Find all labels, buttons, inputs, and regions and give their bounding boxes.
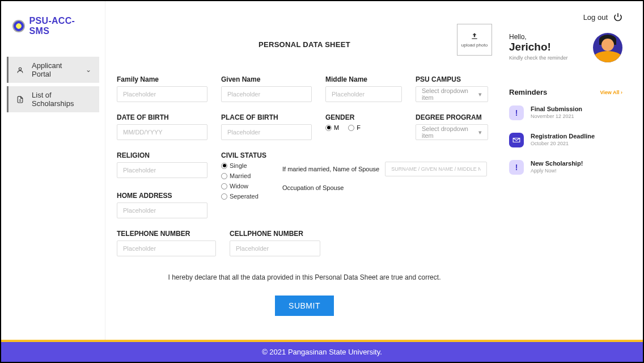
label-civil-status: CIVIL STATUS	[221, 151, 266, 159]
exclamation-icon: !	[509, 160, 524, 175]
user-name: Jericho!	[509, 41, 586, 53]
spouse-occupation-label: Occupation of Spouse	[282, 184, 344, 191]
label-given-name: Given Name	[221, 75, 312, 83]
upload-icon	[470, 32, 479, 40]
label-cellphone: CELLPHONE NUMBER	[230, 230, 320, 238]
gender-female-radio[interactable]: F	[348, 124, 361, 131]
label-family-name: Family Name	[117, 75, 207, 83]
spouse-name-input[interactable]	[385, 162, 487, 176]
hello-text: Hello,	[509, 33, 586, 41]
label-gender: GENDER	[325, 113, 402, 121]
pob-input[interactable]	[221, 124, 312, 140]
svg-point-0	[19, 67, 21, 70]
footer: © 2021 Pangasinan State University.	[1, 340, 643, 362]
select-placeholder: Select dropdown item	[422, 125, 478, 139]
reminder-sub: Apply Now!	[531, 168, 583, 174]
family-name-input[interactable]	[117, 86, 207, 102]
logout-link[interactable]: Log out	[583, 13, 608, 22]
chevron-down-icon: ⌄	[86, 66, 91, 74]
given-name-input[interactable]	[221, 86, 312, 102]
nav-label: Applicant Portal	[32, 61, 78, 78]
dob-input[interactable]	[117, 124, 207, 140]
civil-widow-radio[interactable]: Widow	[221, 183, 266, 189]
label-home-address: HOME ADDRESS	[117, 192, 207, 200]
gender-f-label: F	[357, 124, 361, 131]
reminder-item[interactable]: ! New Scholarship! Apply Now!	[509, 160, 622, 175]
civil-separated-radio[interactable]: Seperated	[221, 193, 266, 200]
reminder-title: Final Submission	[531, 105, 582, 112]
page-title: PERSONAL DATA SHEET	[259, 40, 350, 49]
label-dob: DATE OF BIRTH	[117, 113, 207, 121]
view-all-link[interactable]: View All ›	[600, 90, 622, 95]
document-icon	[16, 95, 24, 103]
avatar	[593, 33, 622, 62]
religion-input[interactable]	[117, 162, 207, 178]
telephone-input[interactable]	[117, 240, 216, 256]
caret-down-icon: ▾	[478, 129, 482, 136]
civil-widow-label: Widow	[230, 183, 248, 189]
brand-logo	[12, 20, 25, 32]
civil-separated-label: Seperated	[230, 193, 259, 200]
radio-dot-selected	[221, 163, 227, 169]
topbar: Log out	[117, 12, 622, 22]
middle-name-input[interactable]	[325, 86, 402, 102]
select-placeholder: Select dropdown item	[422, 87, 478, 101]
radio-dot	[221, 193, 227, 200]
form-area: PERSONAL DATA SHEET upload photo Family …	[117, 27, 492, 316]
nav-item-list-scholarships[interactable]: List of Scholarships	[7, 86, 99, 112]
reminder-item[interactable]: Registration Deadline October 20 2021	[509, 133, 622, 147]
reminder-item[interactable]: ! Final Submission November 12 2021	[509, 105, 622, 120]
gender-male-radio[interactable]: M	[325, 124, 339, 131]
sidebar: PSU-ACC-SMS Applicant Portal ⌄ List of S…	[1, 1, 105, 340]
civil-single-label: Single	[230, 162, 247, 169]
radio-dot-selected	[325, 125, 332, 131]
reminder-title: Registration Deadline	[531, 133, 595, 140]
spouse-name-label: If maried married, Name of Spouse	[282, 166, 379, 172]
right-panel: Hello, Jericho! Kindly check the reminde…	[509, 27, 622, 316]
reminder-title: New Scholarship!	[531, 160, 583, 167]
label-psu-campus: PSU CAMPUS	[416, 75, 492, 83]
label-middle-name: Middle Name	[325, 75, 402, 83]
footer-text: © 2021 Pangasinan State University.	[262, 348, 382, 356]
home-address-input[interactable]	[117, 202, 207, 218]
exclamation-icon: !	[509, 105, 524, 120]
caret-down-icon: ▾	[478, 91, 482, 98]
label-religion: RELIGION	[117, 151, 207, 159]
user-icon	[16, 66, 24, 74]
upload-photo-box[interactable]: upload photo	[457, 24, 492, 56]
submit-button[interactable]: SUBMIT	[275, 296, 334, 316]
mail-icon	[509, 133, 524, 147]
civil-married-radio[interactable]: Married	[221, 172, 266, 179]
declaration-text: I hereby declare that all the data provi…	[117, 273, 492, 281]
psu-campus-select[interactable]: Select dropdown item ▾	[416, 86, 488, 102]
reminder-sub: October 20 2021	[531, 141, 595, 146]
radio-dot	[221, 183, 227, 189]
power-icon[interactable]	[613, 12, 622, 22]
radio-dot	[221, 173, 227, 179]
greet-sub: Kindly check the reminder	[509, 55, 586, 61]
brand-name: PSU-ACC-SMS	[29, 16, 94, 36]
main: Log out PERSONAL DATA SHEET upload photo…	[105, 1, 643, 340]
nav-item-applicant-portal[interactable]: Applicant Portal ⌄	[7, 57, 99, 83]
brand: PSU-ACC-SMS	[7, 12, 99, 40]
reminder-sub: November 12 2021	[531, 113, 582, 119]
degree-program-select[interactable]: Select dropdown item ▾	[416, 124, 488, 140]
label-telephone: TELEPHONE NUMBER	[117, 230, 216, 238]
label-degree-program: DEGREE PROGRAM	[416, 113, 492, 121]
nav-label: List of Scholarships	[32, 91, 91, 108]
upload-label: upload photo	[461, 43, 488, 48]
civil-single-radio[interactable]: Single	[221, 162, 266, 169]
reminders-title: Reminders	[509, 88, 547, 96]
civil-married-label: Married	[230, 172, 251, 179]
label-pob: PLACE OF BIRTH	[221, 113, 312, 121]
cellphone-input[interactable]	[230, 240, 320, 256]
radio-dot	[348, 125, 354, 131]
gender-m-label: M	[334, 124, 339, 131]
